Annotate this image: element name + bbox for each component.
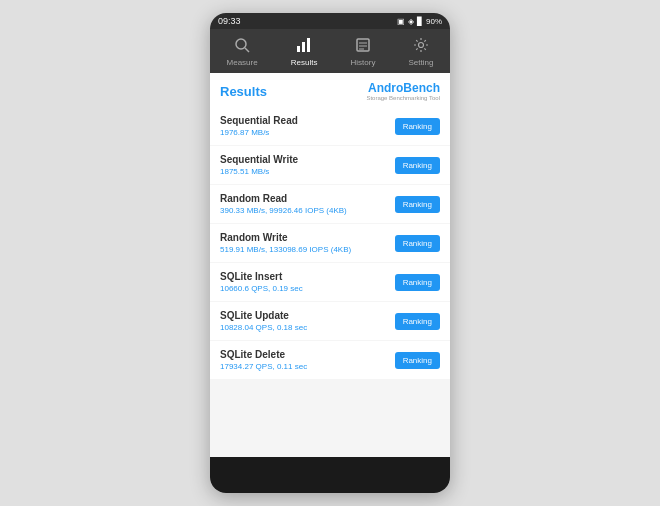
ranking-button[interactable]: Ranking [395, 313, 440, 330]
nav-setting-label: Setting [409, 58, 434, 67]
results-icon [296, 37, 312, 56]
nav-history-label: History [351, 58, 376, 67]
result-item: Sequential Read 1976.87 MB/s Ranking [210, 107, 450, 145]
measure-icon [234, 37, 250, 56]
status-icons: ▣ ◈ ▊ 90% [397, 17, 442, 26]
brand-sub: Storage Benchmarking Tool [366, 95, 440, 101]
result-value: 10660.6 QPS, 0.19 sec [220, 284, 395, 293]
brand-logo: AndroBench Storage Benchmarking Tool [366, 81, 440, 101]
result-info: SQLite Insert 10660.6 QPS, 0.19 sec [220, 271, 395, 293]
ranking-button[interactable]: Ranking [395, 352, 440, 369]
result-name: SQLite Delete [220, 349, 395, 360]
ranking-button[interactable]: Ranking [395, 274, 440, 291]
svg-point-9 [418, 43, 423, 48]
nav-results[interactable]: Results [283, 35, 326, 69]
ranking-button[interactable]: Ranking [395, 235, 440, 252]
brand-name: AndroBench [368, 81, 440, 95]
result-name: SQLite Update [220, 310, 395, 321]
result-name: Random Read [220, 193, 395, 204]
svg-rect-3 [302, 42, 305, 52]
result-info: Sequential Write 1875.51 MB/s [220, 154, 395, 176]
nav-measure[interactable]: Measure [219, 35, 266, 69]
result-item: SQLite Update 10828.04 QPS, 0.18 sec Ran… [210, 302, 450, 340]
result-name: Sequential Write [220, 154, 395, 165]
result-info: Sequential Read 1976.87 MB/s [220, 115, 395, 137]
result-name: SQLite Insert [220, 271, 395, 282]
ranking-button[interactable]: Ranking [395, 118, 440, 135]
result-name: Sequential Read [220, 115, 395, 126]
content-area: Results AndroBench Storage Benchmarking … [210, 73, 450, 457]
nav-history[interactable]: History [343, 35, 384, 69]
setting-icon [413, 37, 429, 56]
result-item: SQLite Insert 10660.6 QPS, 0.19 sec Rank… [210, 263, 450, 301]
result-info: SQLite Update 10828.04 QPS, 0.18 sec [220, 310, 395, 332]
svg-rect-4 [307, 38, 310, 52]
result-value: 1875.51 MB/s [220, 167, 395, 176]
bottom-bar [210, 457, 450, 493]
nav-results-label: Results [291, 58, 318, 67]
nav-measure-label: Measure [227, 58, 258, 67]
wifi-icon: ◈ [408, 17, 414, 26]
result-value: 17934.27 QPS, 0.11 sec [220, 362, 395, 371]
nav-setting[interactable]: Setting [401, 35, 442, 69]
status-bar: 09:33 ▣ ◈ ▊ 90% [210, 13, 450, 29]
svg-rect-2 [297, 46, 300, 52]
result-info: SQLite Delete 17934.27 QPS, 0.11 sec [220, 349, 395, 371]
svg-line-1 [245, 48, 249, 52]
signal-icon: ▣ [397, 17, 405, 26]
brand-name-1: Andro [368, 81, 403, 95]
result-item: Random Read 390.33 MB/s, 99926.46 IOPS (… [210, 185, 450, 223]
ranking-button[interactable]: Ranking [395, 157, 440, 174]
result-value: 390.33 MB/s, 99926.46 IOPS (4KB) [220, 206, 395, 215]
status-time: 09:33 [218, 16, 241, 26]
result-value: 519.91 MB/s, 133098.69 IOPS (4KB) [220, 245, 395, 254]
battery-percent: 90% [426, 17, 442, 26]
result-item: Sequential Write 1875.51 MB/s Ranking [210, 146, 450, 184]
ranking-button[interactable]: Ranking [395, 196, 440, 213]
result-info: Random Read 390.33 MB/s, 99926.46 IOPS (… [220, 193, 395, 215]
brand-name-2: Bench [403, 81, 440, 95]
results-header: Results AndroBench Storage Benchmarking … [210, 73, 450, 107]
svg-point-0 [236, 39, 246, 49]
result-value: 10828.04 QPS, 0.18 sec [220, 323, 395, 332]
result-item: Random Write 519.91 MB/s, 133098.69 IOPS… [210, 224, 450, 262]
history-icon [355, 37, 371, 56]
phone-frame: 09:33 ▣ ◈ ▊ 90% Measure [210, 13, 450, 493]
results-title: Results [220, 84, 267, 99]
battery-icon: ▊ [417, 17, 423, 26]
nav-bar: Measure Results History [210, 29, 450, 73]
result-value: 1976.87 MB/s [220, 128, 395, 137]
result-name: Random Write [220, 232, 395, 243]
result-item: SQLite Delete 17934.27 QPS, 0.11 sec Ran… [210, 341, 450, 379]
result-info: Random Write 519.91 MB/s, 133098.69 IOPS… [220, 232, 395, 254]
results-list: Sequential Read 1976.87 MB/s Ranking Seq… [210, 107, 450, 379]
